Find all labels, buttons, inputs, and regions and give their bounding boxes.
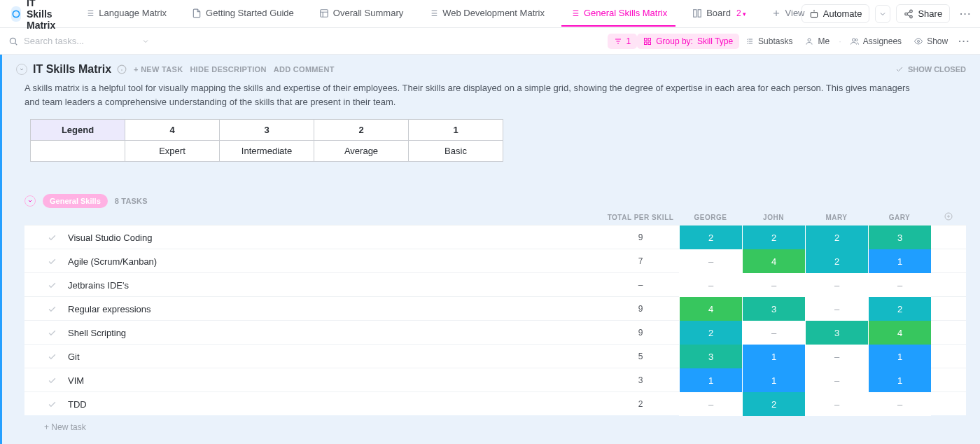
add-column-button[interactable] — [931, 212, 966, 222]
top-tab-bar: IT Skills Matrix Language Matrix Getting… — [0, 0, 980, 28]
svg-rect-12 — [645, 42, 648, 45]
show-pill[interactable]: Show — [908, 34, 954, 49]
tab-language-matrix[interactable]: Language Matrix — [76, 1, 175, 27]
table-row: Shell Scripting92–34 — [24, 320, 966, 344]
skill-cell[interactable]: – — [679, 392, 742, 416]
new-task-button[interactable]: + NEW TASK — [134, 65, 183, 74]
plus-icon — [771, 8, 781, 18]
task-name[interactable]: Jetbrains IDE's — [66, 280, 602, 291]
show-label: Show — [927, 36, 948, 46]
skill-cell[interactable]: – — [742, 273, 805, 297]
skill-cell[interactable]: – — [679, 273, 742, 297]
list-page: IT Skills Matrix + NEW TASK HIDE DESCRIP… — [0, 55, 980, 444]
row-status-icon[interactable] — [24, 305, 66, 314]
task-name[interactable]: TDD — [66, 399, 602, 410]
subtasks-pill[interactable]: Subtasks — [739, 34, 799, 49]
skill-cell[interactable]: – — [805, 297, 868, 321]
skill-cell[interactable]: – — [868, 392, 931, 416]
add-comment-button[interactable]: ADD COMMENT — [274, 65, 335, 74]
skill-cell[interactable]: 1 — [742, 368, 805, 392]
group-by-pill[interactable]: Group by: Skill Type — [637, 34, 739, 49]
new-task-row[interactable]: + New task — [2, 415, 980, 443]
row-status-icon[interactable] — [24, 352, 66, 361]
show-closed-toggle[interactable]: SHOW CLOSED — [895, 65, 966, 74]
row-status-icon[interactable] — [24, 376, 66, 385]
row-status-icon[interactable] — [24, 281, 66, 290]
group-icon — [643, 37, 652, 46]
group-label-pill[interactable]: General Skills — [43, 194, 108, 208]
skill-cell[interactable]: – — [805, 392, 868, 416]
skill-cell[interactable]: 1 — [868, 249, 931, 273]
legend-col: 2 — [314, 120, 409, 141]
me-pill[interactable]: Me — [799, 34, 836, 49]
task-name[interactable]: Regular expressions — [66, 304, 602, 314]
list-title: IT Skills Matrix — [33, 63, 111, 76]
share-button[interactable]: Share — [896, 4, 950, 23]
row-status-icon[interactable] — [24, 400, 66, 409]
search-icon — [8, 36, 18, 46]
automate-dropdown[interactable] — [875, 5, 890, 23]
skill-cell[interactable]: 2 — [868, 297, 931, 321]
skill-cell[interactable]: 1 — [679, 368, 742, 392]
filters-count-pill[interactable]: 1 — [608, 34, 638, 49]
row-status-icon[interactable] — [24, 233, 66, 242]
task-name[interactable]: Visual Studio Coding — [66, 233, 602, 243]
space-title-chip[interactable]: IT Skills Matrix — [4, 0, 68, 34]
skill-cell[interactable]: 3 — [868, 226, 931, 249]
skill-cell[interactable]: – — [805, 273, 868, 297]
skill-cell[interactable]: – — [679, 249, 742, 273]
tab-web-dev-matrix[interactable]: Web Development Matrix — [420, 1, 553, 27]
skill-cell[interactable]: 3 — [805, 321, 868, 345]
task-name[interactable]: Agile (Scrum/Kanban) — [66, 256, 602, 267]
subtasks-icon — [746, 37, 754, 46]
skill-cell[interactable]: 4 — [679, 297, 742, 321]
column-headers: TOTAL PER SKILL GEORGE JOHN MARY GARY — [2, 212, 980, 225]
assignees-pill[interactable]: Assignees — [844, 34, 908, 49]
search-input[interactable] — [24, 36, 129, 46]
skill-cell[interactable]: 3 — [742, 297, 805, 321]
skill-cell[interactable]: 3 — [679, 345, 742, 368]
skill-cell[interactable]: 2 — [805, 249, 868, 273]
skill-cell[interactable]: 2 — [742, 392, 805, 416]
info-icon[interactable] — [117, 64, 127, 74]
more-menu[interactable]: ··· — [955, 6, 973, 22]
hide-description-button[interactable]: HIDE DESCRIPTION — [190, 65, 266, 74]
tab-board[interactable]: Board 2▾ — [684, 1, 754, 27]
skill-cell[interactable]: 1 — [868, 368, 931, 392]
task-name[interactable]: VIM — [66, 375, 602, 386]
col-person[interactable]: MARY — [805, 214, 868, 221]
task-name[interactable]: Git — [66, 352, 602, 362]
tab-add-view[interactable]: View — [763, 1, 813, 27]
col-person[interactable]: GEORGE — [679, 214, 742, 221]
chevron-down-icon — [878, 9, 887, 19]
group-collapse-toggle[interactable] — [24, 195, 36, 207]
skill-cell[interactable]: 2 — [805, 226, 868, 249]
row-status-icon[interactable] — [24, 328, 66, 338]
skill-cell[interactable]: 2 — [742, 226, 805, 249]
collapse-toggle[interactable] — [16, 64, 27, 75]
tab-general-skills-matrix[interactable]: General Skills Matrix — [561, 1, 676, 27]
skill-cell[interactable]: – — [805, 368, 868, 392]
tab-getting-started[interactable]: Getting Started Guide — [183, 1, 302, 27]
skill-cell[interactable]: 4 — [742, 249, 805, 273]
total-per-skill: 7 — [602, 256, 679, 266]
skill-cell[interactable]: 4 — [868, 321, 931, 345]
svg-point-8 — [10, 38, 15, 43]
legend-head: Legend — [31, 120, 125, 141]
skill-cell[interactable]: 1 — [868, 345, 931, 368]
tab-overall-summary[interactable]: Overall Summary — [311, 1, 412, 27]
skill-cell[interactable]: – — [742, 321, 805, 345]
skill-cell[interactable]: – — [805, 345, 868, 368]
board-view-count-badge[interactable]: 2▾ — [736, 8, 746, 18]
skill-cell[interactable]: – — [868, 273, 931, 297]
row-status-icon[interactable] — [24, 257, 66, 266]
skill-cell[interactable]: 2 — [679, 321, 742, 345]
col-person[interactable]: GARY — [868, 214, 931, 221]
filter-more[interactable]: ··· — [954, 33, 972, 49]
task-name[interactable]: Shell Scripting — [66, 328, 602, 338]
chevron-down-icon[interactable] — [141, 37, 150, 46]
col-total[interactable]: TOTAL PER SKILL — [602, 214, 679, 221]
skill-cell[interactable]: 1 — [742, 345, 805, 368]
skill-cell[interactable]: 2 — [679, 226, 742, 249]
col-person[interactable]: JOHN — [742, 214, 805, 221]
